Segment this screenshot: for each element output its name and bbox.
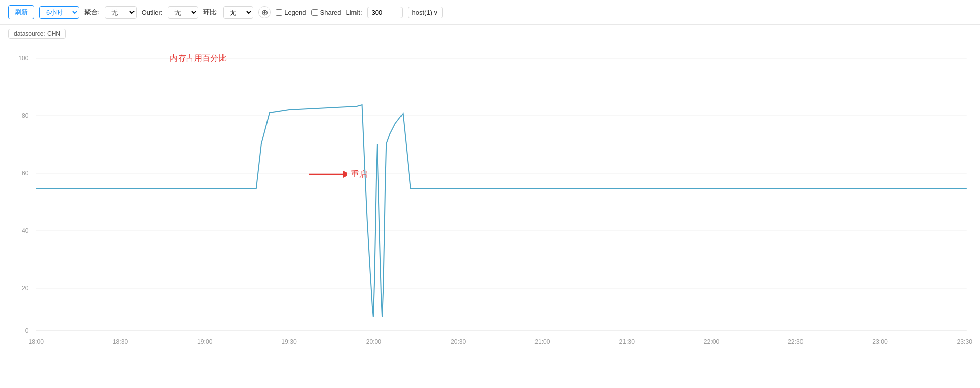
- chevron-down-icon: ∨: [433, 9, 438, 16]
- svg-text:22:30: 22:30: [788, 338, 804, 345]
- host-select-label: host(1): [412, 9, 432, 16]
- aggregate-select-group: 无 avg sum: [105, 6, 137, 19]
- svg-text:22:00: 22:00: [704, 338, 720, 345]
- svg-text:100: 100: [18, 55, 29, 62]
- svg-text:21:30: 21:30: [619, 338, 635, 345]
- svg-text:19:30: 19:30: [281, 338, 297, 345]
- svg-text:20: 20: [22, 285, 29, 292]
- legend-checkbox-group: Legend: [276, 9, 306, 16]
- toolbar: 刷新 6小时 1小时 12小时 24小时 聚合: 无 avg sum Outli…: [0, 0, 980, 25]
- host-select-dropdown[interactable]: host(1) ∨: [408, 7, 443, 18]
- svg-text:0: 0: [25, 327, 29, 334]
- datasource-tag: datasource: CHN: [8, 29, 66, 39]
- limit-label: Limit:: [346, 9, 362, 16]
- memory-line: [36, 105, 967, 317]
- svg-text:21:00: 21:00: [534, 338, 550, 345]
- outlier-select[interactable]: 无 有: [168, 6, 198, 19]
- ratio-select[interactable]: 无 有: [223, 6, 253, 19]
- time-range-select[interactable]: 6小时 1小时 12小时 24小时: [39, 6, 79, 19]
- shared-checkbox[interactable]: [311, 9, 318, 16]
- time-range-select-group: 6小时 1小时 12小时 24小时: [39, 6, 79, 19]
- chart-container: datasource: CHN 内存占用百分比 重启: [0, 25, 980, 376]
- svg-text:40: 40: [22, 227, 29, 234]
- legend-label[interactable]: Legend: [284, 9, 306, 16]
- chart-svg: 100 80 60 40 20 0 18:00 18:30 19:00 19:3…: [8, 43, 972, 346]
- chart-wrapper: 内存占用百分比 重启: [8, 43, 972, 366]
- limit-input[interactable]: [367, 7, 403, 18]
- outlier-select-group: 无 有: [168, 6, 198, 19]
- svg-text:18:30: 18:30: [113, 338, 128, 345]
- shared-checkbox-group: Shared: [311, 9, 341, 16]
- refresh-button[interactable]: 刷新: [8, 5, 34, 19]
- svg-text:19:00: 19:00: [197, 338, 213, 345]
- svg-text:80: 80: [22, 112, 29, 119]
- outlier-label: Outlier:: [142, 9, 163, 16]
- aggregate-label: 聚合:: [84, 8, 100, 17]
- shared-label[interactable]: Shared: [320, 9, 341, 16]
- svg-text:18:00: 18:00: [29, 338, 44, 345]
- svg-text:20:30: 20:30: [451, 338, 466, 345]
- aggregate-select[interactable]: 无 avg sum: [105, 6, 137, 19]
- legend-checkbox[interactable]: [276, 9, 282, 16]
- svg-text:23:30: 23:30: [957, 338, 973, 345]
- add-ratio-button[interactable]: ⊕: [258, 6, 271, 18]
- svg-text:20:00: 20:00: [366, 338, 382, 345]
- ratio-label: 环比:: [203, 8, 218, 17]
- ratio-select-group: 无 有: [223, 6, 253, 19]
- svg-text:60: 60: [22, 170, 29, 177]
- svg-text:23:00: 23:00: [872, 338, 888, 345]
